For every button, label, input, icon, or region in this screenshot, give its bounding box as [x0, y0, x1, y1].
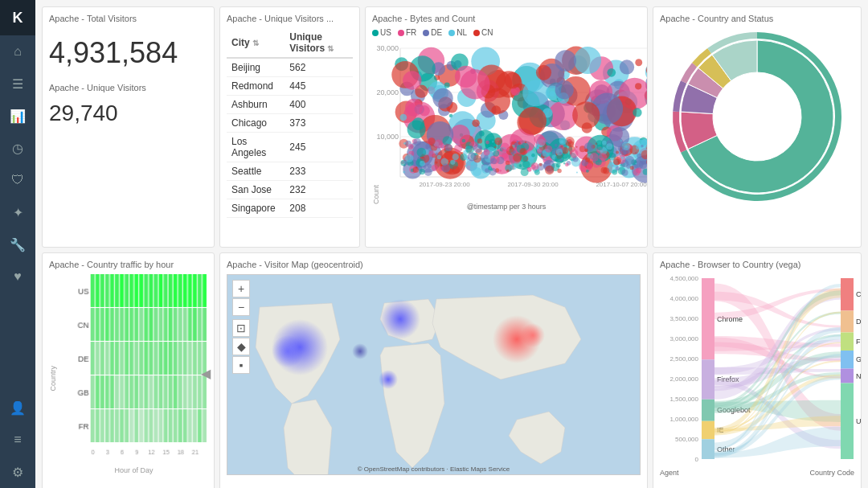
reset-view-button[interactable]: ⊡: [232, 319, 250, 337]
table-row: Seattle233: [227, 162, 353, 181]
sankey-chart: [660, 274, 862, 467]
panel-unique-visitors-table: Apache - Unique Visitors ... City ⇅ Uniq…: [219, 6, 360, 248]
x-axis-label: @timestamp per 3 hours: [372, 203, 641, 211]
legend-item: FR: [398, 28, 416, 37]
bytes-legend: USFRDENLCN: [372, 28, 641, 37]
panel-visitor-map: Apache - Visitor Map (geocentroid) + − ⊡…: [219, 252, 648, 488]
city-cell: Seattle: [227, 162, 285, 181]
city-cell: Beijing: [227, 58, 285, 77]
panel-bytes-count: Apache - Bytes and Count USFRDENLCN Coun…: [365, 6, 648, 248]
map-title: Apache - Visitor Map (geocentroid): [227, 260, 641, 269]
panel-browser-country: Apache - Browser to Country (vega) Agent…: [653, 252, 862, 488]
col-visitors[interactable]: Unique Visitors ⇅: [285, 28, 353, 58]
donut-chart: [669, 28, 845, 205]
table-row: Beijing562: [227, 58, 353, 77]
sidebar-home[interactable]: ⌂: [0, 35, 35, 68]
city-cell: Singapore: [227, 199, 285, 218]
unique-visitors-label: Apache - Unique Visitors: [49, 83, 207, 92]
logo[interactable]: K: [0, 0, 35, 35]
heatmap-canvas: [60, 274, 207, 465]
city-cell: San Jose: [227, 181, 285, 199]
sankey-right-label: Country Code: [809, 469, 854, 477]
legend-item: US: [372, 28, 391, 37]
heatmap-prev-arrow[interactable]: ◀: [201, 366, 211, 381]
bytes-panel-title: Apache - Bytes and Count: [372, 14, 641, 23]
sankey-left-label: Agent: [660, 469, 679, 477]
sidebar-dashboard[interactable]: 📊: [0, 100, 35, 132]
visitors-table: City ⇅ Unique Visitors ⇅ Beijing562Redmo…: [227, 28, 353, 218]
browser-title: Apache - Browser to Country (vega): [660, 260, 854, 269]
map-canvas: [227, 275, 629, 475]
visitors-cell: 208: [285, 199, 353, 218]
visitors-cell: 562: [285, 58, 353, 77]
draw-rect-button[interactable]: ▪: [232, 356, 250, 374]
visitors-cell: 233: [285, 162, 353, 181]
zoom-in-button[interactable]: +: [232, 280, 250, 297]
panel-heatmap: Apache - Country traffic by hour Country…: [42, 252, 215, 488]
legend-item: NL: [448, 28, 467, 37]
city-cell: Ashburn: [227, 96, 285, 114]
map-attribution: © OpenStreetMap contributors · Elastic M…: [358, 465, 510, 473]
city-cell: Redmond: [227, 77, 285, 96]
sidebar-shield[interactable]: 🛡: [0, 164, 35, 196]
draw-point-button[interactable]: ◆: [232, 338, 250, 355]
main-content: Apache - Total Visitors 4,931,584 Apache…: [35, 0, 868, 488]
sidebar-heart[interactable]: ♥: [0, 260, 35, 293]
table-row: Los Angeles245: [227, 133, 353, 162]
city-cell: Los Angeles: [227, 133, 285, 162]
sidebar-clock[interactable]: ◷: [0, 132, 35, 164]
table-row: San Jose232: [227, 181, 353, 199]
visitors-cell: 445: [285, 77, 353, 96]
map-controls: + − ⊡ ◆ ▪: [232, 280, 250, 374]
sidebar-menu[interactable]: ☰: [0, 68, 35, 100]
scatter-chart: [372, 40, 648, 201]
map-container: + − ⊡ ◆ ▪ © OpenStreetMap contributors ·…: [227, 274, 641, 475]
country-status-title: Apache - Country and Status: [660, 14, 854, 23]
sidebar-settings[interactable]: ⚙: [0, 456, 35, 488]
y-axis-label: Count: [372, 185, 380, 204]
table-panel-title: Apache - Unique Visitors ...: [227, 14, 353, 23]
panel-country-status: Apache - Country and Status: [653, 6, 862, 248]
heatmap-y-label: Country: [49, 366, 57, 392]
legend-item: CN: [473, 28, 493, 37]
heatmap-title: Apache - Country traffic by hour: [49, 260, 207, 269]
col-city[interactable]: City ⇅: [227, 28, 285, 58]
visitors-cell: 400: [285, 96, 353, 114]
unique-visitors-value: 29,740: [49, 100, 207, 126]
total-visitors-value: 4,931,584: [49, 36, 207, 70]
heatmap-x-label: Hour of Day: [60, 466, 207, 474]
visitors-cell: 245: [285, 133, 353, 162]
sidebar: K ⌂ ☰ 📊 ◷ 🛡 ✦ 🔧 ♥ 👤 ≡ ⚙: [0, 0, 35, 488]
table-row: Singapore208: [227, 199, 353, 218]
sidebar-layers[interactable]: ≡: [0, 424, 35, 456]
sidebar-user[interactable]: 👤: [0, 392, 35, 424]
panel-total-title: Apache - Total Visitors: [49, 14, 207, 23]
table-row: Ashburn400: [227, 96, 353, 114]
table-row: Chicago373: [227, 114, 353, 133]
legend-item: DE: [423, 28, 442, 37]
panel-total-visitors: Apache - Total Visitors 4,931,584 Apache…: [42, 6, 215, 248]
zoom-out-button[interactable]: −: [232, 298, 250, 316]
city-cell: Chicago: [227, 114, 285, 133]
table-row: Redmond445: [227, 77, 353, 96]
visitors-cell: 373: [285, 114, 353, 133]
sidebar-star[interactable]: ✦: [0, 196, 35, 228]
sidebar-tools[interactable]: 🔧: [0, 228, 35, 260]
visitors-cell: 232: [285, 181, 353, 199]
